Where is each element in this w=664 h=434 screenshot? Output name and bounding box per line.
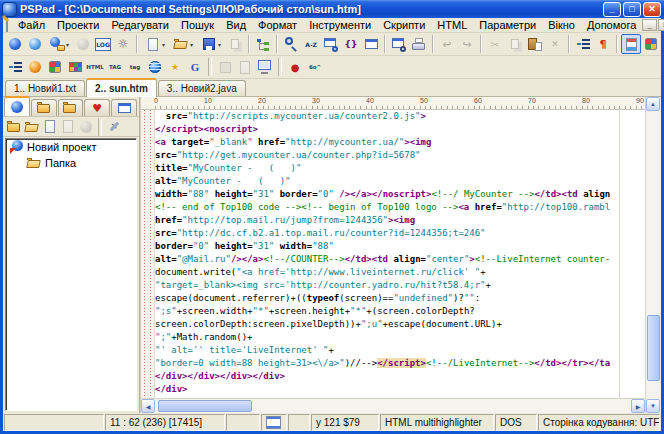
toolbar-separator — [208, 58, 212, 76]
mdi-minimize-button[interactable]: _ — [642, 19, 657, 31]
menu-item-вид[interactable]: Вид — [220, 19, 252, 32]
tag-helper-button[interactable]: tag — [125, 57, 145, 77]
spell-check-button[interactable]: 6o^ — [305, 57, 325, 77]
scroll-up-button[interactable]: ▲ — [646, 97, 660, 111]
menu-item-html[interactable]: HTML — [431, 19, 473, 32]
project-tools-button[interactable]: ✕ — [105, 118, 123, 136]
search-replace-button[interactable]: A-Z — [301, 34, 321, 54]
tree-item-Папка[interactable]: Папка — [6, 155, 136, 171]
new-project-button[interactable] — [5, 34, 25, 54]
matching-bracket-button[interactable]: {} — [341, 34, 361, 54]
open-project-button[interactable] — [25, 34, 45, 54]
open-project-icon — [27, 36, 43, 52]
project-panel-tab[interactable] — [4, 96, 30, 116]
html-to-text-button[interactable]: HTML — [85, 57, 105, 77]
color-table-button[interactable] — [65, 57, 85, 77]
project-sidebar: FTP♥ ✕ Новий проектПапка — [3, 97, 140, 413]
close-button[interactable]: ✕ — [643, 2, 661, 17]
toolbar-html: HTMLTAGtag★G●6o^ — [3, 56, 661, 79]
html-wizard-button[interactable]: ★ — [165, 57, 185, 77]
tree-item-Новий проект[interactable]: Новий проект — [6, 139, 136, 155]
print-button[interactable] — [409, 34, 429, 54]
maximize-button[interactable]: □ — [623, 2, 641, 17]
file-tab-2[interactable]: 2.. sun.htm — [86, 78, 157, 97]
dropdown-arrow-icon[interactable]: ▾ — [162, 41, 165, 48]
menu-item-формат[interactable]: Формат — [252, 19, 303, 32]
copy-icon — [507, 36, 523, 52]
status-cell-0 — [4, 414, 104, 431]
dropdown-arrow-icon[interactable]: ▾ — [218, 41, 221, 48]
menu-item-допомога[interactable]: Допомога — [581, 19, 642, 32]
menu-item-файл[interactable]: Файл — [12, 19, 51, 32]
project-settings-button[interactable]: ☼ — [113, 34, 133, 54]
horizontal-scroll-thumb[interactable] — [158, 400, 252, 412]
title-bar: PSPad - [C:\Documents and Settings\ЛЮ\Ра… — [0, 0, 664, 18]
new-file-button[interactable]: ▾ — [141, 34, 169, 54]
print-preview-button[interactable] — [389, 34, 409, 54]
add-to-project-button[interactable]: ▾ — [45, 34, 73, 54]
google-search-button[interactable]: G — [185, 57, 205, 77]
vertical-scrollbar[interactable]: ▲ ▼ — [645, 97, 661, 413]
menu-item-пошук[interactable]: Пошук — [175, 19, 220, 32]
favorites-panel-tab[interactable]: ♥ — [84, 99, 110, 116]
auto-indent-button[interactable] — [573, 34, 593, 54]
status-bar: 11 : 62 (236) [17415]y 121 $79HTML multi… — [3, 413, 661, 431]
toolbar-separator — [278, 58, 282, 76]
open-file-button[interactable]: ▾ — [169, 34, 197, 54]
ruler-mark-10: 10 — [204, 97, 212, 104]
window-list-button[interactable] — [361, 34, 381, 54]
dropdown-arrow-icon[interactable]: ▾ — [190, 41, 193, 48]
toolbar-group: ●6o^ — [285, 57, 325, 77]
save-file-button[interactable]: ▾ — [197, 34, 225, 54]
tag-helper-icon: tag — [127, 59, 143, 75]
vertical-scroll-track[interactable] — [646, 111, 661, 399]
project-new-folder-button[interactable] — [5, 118, 23, 136]
menu-item-параметри[interactable]: Параметри — [473, 19, 542, 32]
code-line: ";"+Math.random()+ — [155, 331, 645, 344]
open-in-browser-button[interactable] — [145, 57, 165, 77]
google-search-icon: G — [187, 59, 203, 75]
code-explorer-button[interactable] — [253, 34, 273, 54]
new-project-icon — [7, 36, 23, 52]
windows-panel-tab[interactable] — [111, 99, 137, 116]
paste-button[interactable] — [525, 34, 545, 54]
menu-item-вікно[interactable]: Вікно — [542, 19, 581, 32]
macro-record-icon: ● — [287, 59, 303, 75]
scroll-down-button[interactable]: ▼ — [646, 399, 660, 413]
code-line: "border=0 width=88 height=31><\/a>")//--… — [155, 357, 645, 370]
log-window-button[interactable]: LOG — [93, 34, 113, 54]
search-button[interactable] — [281, 34, 301, 54]
browser-preview-button[interactable] — [255, 57, 275, 77]
files-panel-tab[interactable] — [31, 99, 57, 116]
menu-item-редагувати[interactable]: Редагувати — [105, 19, 175, 32]
ftp-panel-tab[interactable]: FTP — [58, 99, 84, 116]
horizontal-scrollbar[interactable]: ◀ ▶ — [141, 398, 645, 413]
status-cell-7: DOS — [495, 414, 537, 431]
menu-item-інструменти[interactable]: Інструменти — [303, 19, 377, 32]
dropdown-arrow-icon[interactable]: ▾ — [66, 41, 69, 48]
menu-item-скрипти[interactable]: Скрипти — [377, 19, 431, 32]
macro-record-button[interactable]: ● — [285, 57, 305, 77]
project-open-folder-button[interactable] — [23, 118, 41, 136]
minimize-button[interactable]: _ — [603, 2, 621, 17]
scroll-right-button[interactable]: ▶ — [631, 399, 645, 413]
code-view[interactable]: src="http://scripts.mycounter.ua/counter… — [141, 110, 645, 398]
scroll-left-button[interactable]: ◀ — [141, 399, 155, 413]
menu-item-проекти[interactable]: Проекти — [51, 19, 105, 32]
css-helper-button[interactable]: TAG — [105, 57, 125, 77]
horizontal-scroll-track[interactable] — [155, 399, 631, 413]
project-add-file-button[interactable] — [41, 118, 59, 136]
toolbar-group: ≡ANSI▾ — [621, 34, 664, 54]
color-palette-button[interactable] — [641, 34, 661, 54]
file-tab-1[interactable]: 1.. Новий1.txt — [5, 80, 85, 96]
search-in-files-button[interactable] — [321, 34, 341, 54]
vertical-scroll-thumb[interactable] — [647, 315, 660, 380]
reformat-code-button[interactable] — [5, 57, 25, 77]
show-formatting-button[interactable]: ¶ — [593, 34, 613, 54]
mdi-restore-button[interactable]: ❐ — [658, 19, 664, 31]
bookmark-gutter[interactable] — [141, 110, 155, 398]
file-tab-3[interactable]: 3.. Новий2.java — [158, 80, 246, 96]
rgb-palette-button[interactable] — [45, 57, 65, 77]
syntax-highlighting-button[interactable] — [621, 34, 641, 54]
color-select-button[interactable] — [25, 57, 45, 77]
